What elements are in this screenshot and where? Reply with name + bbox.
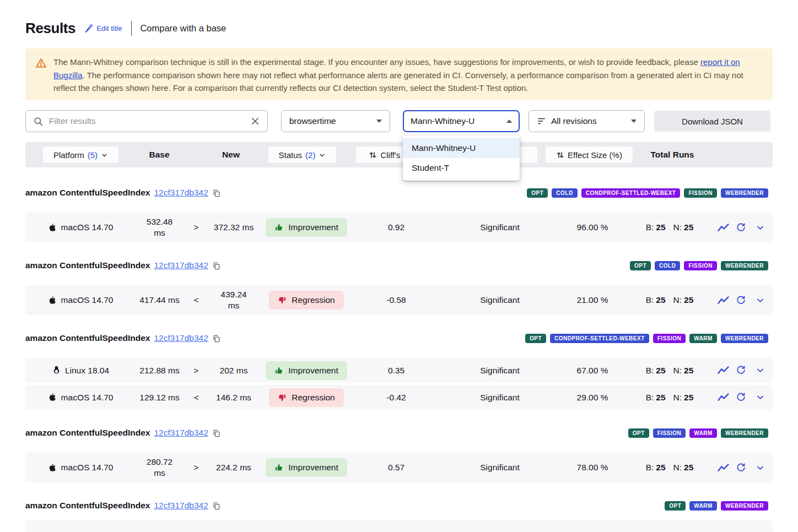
filter-results-input[interactable] [49,116,245,126]
test-type-dropdown-menu: Mann-Whitney-U Student-T [403,135,520,181]
line-chart-icon [717,463,730,473]
revision-link[interactable]: 12cf317db342 [154,188,208,198]
tag-condprof-settled-webext: CONDPROF-SETTLED-WEBEXT [550,334,649,343]
thumbs-up-icon [274,223,283,232]
result-section-header: amazon ContentfulSpeedIndex 12cf317db342… [25,332,773,345]
new-value: 224.2 ms [209,462,258,473]
effect-size-sort-chip[interactable]: Effect Size (%) [546,146,633,163]
option-student-t[interactable]: Student-T [403,158,520,178]
framework-select[interactable]: browsertime [281,110,390,132]
cliffs-delta-value: -0.42 [354,393,438,403]
expand-row-button[interactable] [756,296,765,305]
revision-link[interactable]: 12cf317db342 [154,333,208,343]
revision-link[interactable]: 12cf317db342 [154,260,208,270]
copy-button[interactable] [212,261,221,270]
download-json-button[interactable]: Download JSON [654,111,770,132]
significance-value: Significant [438,393,562,403]
copy-button[interactable] [212,188,221,198]
edit-title-label: Edit title [96,24,122,32]
status-filter-chip[interactable]: Status (2) [268,146,336,163]
retrigger-button[interactable] [736,222,746,233]
line-chart-icon [717,393,730,402]
apple-icon [48,222,57,233]
expand-row-button[interactable] [756,366,765,375]
retrigger-button[interactable] [736,392,746,403]
base-value: 417.44 ms [136,295,184,306]
expand-row-button[interactable] [756,223,765,232]
page-title: Results [25,20,76,37]
revision-link[interactable]: 12cf317db342 [154,428,208,438]
runs-base-prefix: B: [646,366,654,376]
copy-button[interactable] [212,428,221,438]
platform-label: macOS 14.70 [61,463,114,473]
copy-button[interactable] [212,501,221,511]
retrigger-button[interactable] [736,463,746,473]
result-section-header: amazon ContentfulSpeedIndex 12cf317db342… [25,186,773,199]
runs-new-value: 25 [684,463,693,473]
result-row: Linux 18.04 212.88 ms > 202 ms Improveme… [25,358,773,383]
retrigger-button[interactable] [736,365,746,376]
runs-base-prefix: B: [646,463,654,473]
new-value: 372.32 ms [209,222,258,233]
filter-lines-icon [537,116,547,126]
runs-new-value: 25 [684,393,693,403]
runs-new-prefix: N: [673,366,682,376]
copy-icon [212,334,221,343]
runs-base-value: 25 [656,295,665,305]
row-actions [716,365,773,376]
graph-button[interactable] [717,223,730,232]
row-actions [716,222,773,233]
edit-title-button[interactable]: Edit title [84,24,122,33]
effect-size-value: 78.00 % [562,463,623,473]
platform-label: macOS 14.70 [61,393,114,403]
line-chart-icon [717,296,730,305]
status-filter-count: (2) [305,150,315,160]
test-type-select[interactable]: Mann-Whitney-U [403,110,520,132]
effect-size-value: 29.00 % [562,393,623,403]
chevron-down-icon [756,223,765,232]
test-type-select-value: Mann-Whitney-U [411,116,475,126]
test-name: amazon ContentfulSpeedIndex [25,188,150,198]
test-name: amazon ContentfulSpeedIndex [25,260,150,270]
status-badge: Regression [269,388,343,407]
graph-button[interactable] [717,393,730,402]
revision-link[interactable]: 12cf317db342 [154,501,208,511]
graph-button[interactable] [717,463,730,473]
runs-base-value: 25 [656,463,665,473]
platform-cell: macOS 14.70 [25,463,136,473]
status-label: Regression [292,295,335,305]
copy-button[interactable] [212,334,221,343]
runs-base-value: 25 [656,366,665,376]
status-cell: Improvement [258,361,354,380]
line-chart-icon [717,223,730,232]
graph-button[interactable] [717,366,730,375]
runs-new-prefix: N: [673,295,682,305]
base-value: 129.12 ms [136,392,184,403]
cliffs-delta-value: 0.92 [354,222,438,232]
thumbs-down-icon [278,393,287,402]
revisions-select[interactable]: All revisions [529,110,645,132]
runs-new-prefix: N: [673,463,682,473]
tag-fission: FISSION [684,188,717,198]
total-runs-column-header: Total Runs [645,150,700,160]
significance-value: Significant [438,366,562,376]
compare-with-base-label: Compare with a base [140,23,226,34]
sort-icon [556,151,564,159]
base-value: 532.48 ms [136,216,184,238]
tag-warm: WARM [689,428,717,438]
expand-row-button[interactable] [756,463,765,473]
warning-text: The Mann-Whitney comparison technique is… [53,56,759,93]
runs-base-value: 25 [656,222,665,232]
graph-button[interactable] [717,296,730,305]
effect-size-value: 96.00 % [562,222,623,232]
expand-row-button[interactable] [756,393,765,402]
copy-icon [212,188,221,198]
tag-fission: FISSION [653,334,686,343]
option-mann-whitney-u[interactable]: Mann-Whitney-U [403,138,520,158]
test-name: amazon ContentfulSpeedIndex [25,428,150,438]
clear-filter-icon[interactable] [250,116,260,126]
retrigger-button[interactable] [736,295,746,306]
tag-fission: FISSION [684,261,717,270]
platform-filter-chip[interactable]: Platform (5) [43,146,118,163]
platform-label: Linux 18.04 [65,366,109,376]
